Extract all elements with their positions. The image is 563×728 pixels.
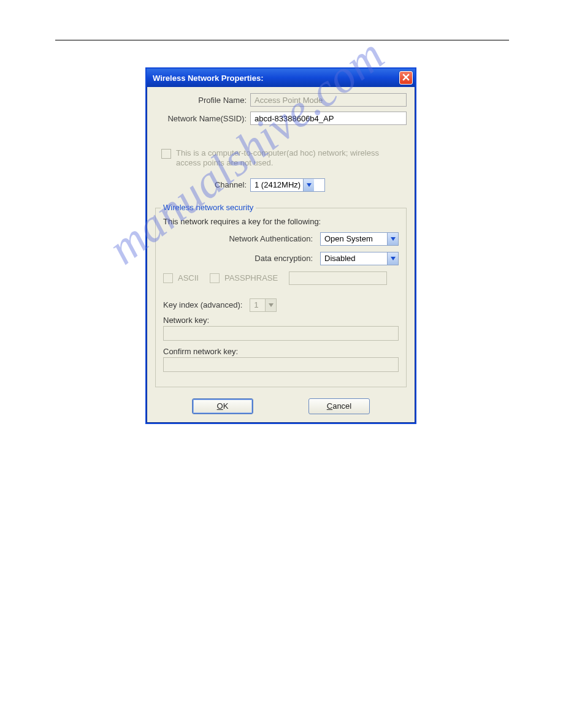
security-desc: This network requires a key for the foll… [163, 217, 399, 226]
ok-label: OK [217, 401, 229, 411]
close-icon [402, 74, 410, 83]
channel-value: 1 (2412MHz) [255, 180, 301, 189]
profile-label: Profile Name: [155, 96, 250, 105]
page-divider [55, 40, 509, 40]
ok-button[interactable]: OK [192, 398, 253, 414]
auth-select[interactable]: Open System [320, 232, 399, 246]
passphrase-field [289, 271, 387, 285]
adhoc-text: This is a computer-to-computer(ad hoc) n… [176, 148, 397, 169]
encryption-row: Data encryption: Disabled [163, 252, 399, 265]
encryption-value: Disabled [324, 254, 385, 263]
ascii-label: ASCII [178, 273, 199, 282]
ssid-row: Network Name(SSID): [155, 112, 407, 125]
profile-name-field [250, 93, 407, 107]
confirm-key-field [163, 357, 399, 372]
passphrase-label: PASSPHRASE [224, 273, 278, 282]
passphrase-option: PASSPHRASE [210, 273, 278, 283]
chevron-down-icon [387, 233, 398, 245]
cancel-label: Cancel [327, 401, 351, 411]
channel-label: Channel: [155, 180, 250, 189]
channel-row: Channel: 1 (2412MHz) [155, 178, 407, 192]
chevron-down-icon [303, 179, 314, 191]
ascii-option: ASCII [163, 273, 199, 283]
ssid-field[interactable] [250, 112, 407, 125]
dialog-body: Profile Name: Network Name(SSID): This i… [147, 87, 415, 423]
confirm-key-label: Confirm network key: [163, 347, 399, 356]
wireless-properties-dialog: Wireless Network Properties: Profile Nam… [145, 67, 416, 424]
security-legend: Wireless network security [161, 203, 256, 212]
ascii-checkbox [163, 273, 173, 283]
titlebar: Wireless Network Properties: [147, 69, 415, 87]
security-fieldset: Wireless network security This network r… [155, 208, 407, 387]
button-row: OK Cancel [155, 398, 407, 414]
encryption-label: Data encryption: [255, 254, 316, 263]
passphrase-checkbox [210, 273, 220, 283]
network-key-field [163, 326, 399, 341]
adhoc-checkbox [161, 149, 171, 159]
ssid-label: Network Name(SSID): [155, 114, 250, 123]
network-key-label: Network key: [163, 316, 399, 325]
chevron-down-icon [387, 252, 398, 265]
auth-row: Network Authentication: Open System [163, 232, 399, 246]
key-index-value: 1 [254, 300, 262, 309]
cancel-button[interactable]: Cancel [308, 398, 370, 414]
key-index-select: 1 [250, 298, 277, 312]
close-button[interactable] [399, 71, 413, 85]
auth-label: Network Authentication: [229, 234, 316, 243]
key-index-row: Key index (advanced): 1 [163, 298, 399, 312]
adhoc-row: This is a computer-to-computer(ad hoc) n… [161, 148, 407, 169]
profile-row: Profile Name: [155, 93, 407, 107]
encryption-select[interactable]: Disabled [320, 252, 399, 265]
encoding-options: ASCII PASSPHRASE [163, 271, 399, 285]
key-index-label: Key index (advanced): [163, 300, 246, 309]
dialog-title: Wireless Network Properties: [153, 74, 264, 83]
chevron-down-icon [265, 299, 276, 311]
auth-value: Open System [324, 234, 385, 243]
channel-select[interactable]: 1 (2412MHz) [250, 178, 325, 192]
